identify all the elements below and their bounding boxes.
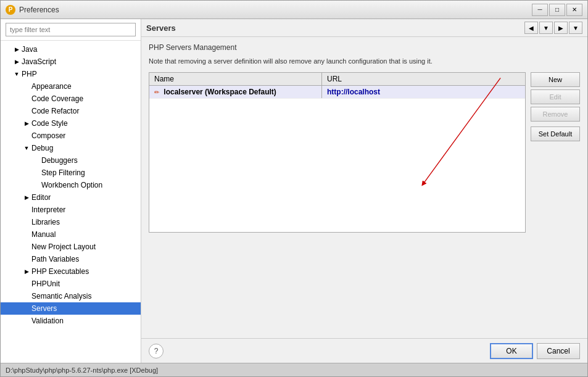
filter-area (1, 19, 141, 41)
forward-dropdown-button[interactable]: ▼ (569, 22, 582, 34)
set-default-button[interactable]: Set Default (531, 126, 580, 141)
sidebar-item-interpreter[interactable]: Interpreter (1, 204, 141, 216)
back-button[interactable]: ◀ (524, 22, 538, 34)
status-bar: D:\phpStudy\php\php-5.6.27-nts\php.exe [… (1, 363, 587, 376)
section-subtitle: PHP Servers Management (149, 43, 580, 52)
minimize-button[interactable]: ─ (532, 4, 548, 16)
warning-text: Note that removing a server definition w… (149, 57, 580, 66)
path-variables-arrow (23, 255, 30, 263)
sidebar-item-composer[interactable]: Composer (1, 130, 141, 142)
debug-label: Debug (31, 144, 53, 152)
workbench-option-arrow (33, 181, 40, 189)
sidebar-item-workbench-option[interactable]: Workbench Option (1, 179, 141, 191)
sidebar-item-validation[interactable]: Validation (1, 315, 141, 327)
code-style-arrow: ▶ (23, 120, 30, 127)
back-dropdown-button[interactable]: ▼ (539, 22, 553, 34)
sidebar-item-debug[interactable]: ▼ Debug (1, 142, 141, 154)
java-label: Java (22, 45, 37, 54)
help-button[interactable]: ? (149, 344, 164, 358)
right-panel: Servers ◀ ▼ ▶ ▼ PHP Servers Management N… (141, 19, 587, 363)
window-title: Preferences (19, 6, 59, 14)
edit-button[interactable]: Edit (531, 89, 580, 104)
status-text: D:\phpStudy\php\php-5.6.27-nts\php.exe [… (6, 367, 158, 374)
forward-button[interactable]: ▶ (554, 22, 568, 34)
preferences-window: P Preferences ─ □ ✕ ▶ Java ▶ JavaScript (0, 0, 588, 377)
sidebar-item-manual[interactable]: Manual (1, 228, 141, 241)
sidebar-item-editor[interactable]: ▶ Editor (1, 191, 141, 204)
debuggers-label: Debuggers (41, 156, 78, 165)
new-project-layout-label: New Project Layout (31, 242, 96, 251)
title-bar-left: P Preferences (6, 5, 59, 15)
maximize-button[interactable]: □ (549, 4, 565, 16)
debuggers-arrow (33, 157, 40, 164)
appearance-label: Appearance (31, 82, 72, 91)
javascript-arrow: ▶ (13, 58, 20, 65)
libraries-arrow (23, 218, 30, 226)
sidebar-item-code-style[interactable]: ▶ Code Style (1, 117, 141, 130)
filter-input[interactable] (6, 23, 136, 36)
server-name-cell: ✏ localserver (Workspace Default) (149, 86, 322, 98)
panel-body: PHP Servers Management Note that removin… (141, 37, 587, 338)
cancel-button[interactable]: Cancel (537, 343, 580, 359)
sidebar-item-php-executables[interactable]: ▶ PHP Executables (1, 265, 141, 278)
code-refactor-label: Code Refactor (31, 107, 79, 115)
semantic-analysis-arrow (23, 292, 30, 300)
validation-arrow (23, 317, 30, 325)
code-refactor-arrow (23, 107, 30, 115)
sidebar-item-java[interactable]: ▶ Java (1, 43, 141, 56)
java-arrow: ▶ (13, 46, 20, 53)
debug-arrow: ▼ (23, 144, 30, 152)
sidebar-item-javascript[interactable]: ▶ JavaScript (1, 56, 141, 68)
table-row[interactable]: ✏ localserver (Workspace Default) http:/… (149, 86, 525, 99)
sidebar-item-new-project-layout[interactable]: New Project Layout (1, 241, 141, 253)
php-label: PHP (22, 70, 37, 78)
sidebar-item-debuggers[interactable]: Debuggers (1, 154, 141, 167)
remove-button[interactable]: Remove (531, 107, 580, 122)
sidebar-item-phpunit[interactable]: PHPUnit (1, 278, 141, 290)
title-bar: P Preferences ─ □ ✕ (1, 1, 587, 19)
step-filtering-label: Step Filtering (41, 168, 85, 177)
sidebar-item-php[interactable]: ▼ PHP (1, 68, 141, 80)
composer-arrow (23, 132, 30, 139)
name-column-header: Name (149, 73, 322, 85)
code-coverage-arrow (23, 95, 30, 102)
phpunit-arrow (23, 280, 30, 288)
tree-area: ▶ Java ▶ JavaScript ▼ PHP Appearance (1, 41, 141, 363)
table-header-row: Name URL (149, 73, 525, 86)
new-button[interactable]: New (531, 72, 580, 87)
app-icon: P (6, 5, 15, 15)
sidebar-item-appearance[interactable]: Appearance (1, 80, 141, 93)
sidebar-item-semantic-analysis[interactable]: Semantic Analysis (1, 290, 141, 302)
manual-arrow (23, 231, 30, 238)
interpreter-label: Interpreter (31, 205, 65, 214)
ok-button[interactable]: OK (490, 343, 533, 359)
sidebar: ▶ Java ▶ JavaScript ▼ PHP Appearance (1, 19, 141, 363)
table-container: Name URL ✏ localserver (Workspace Defaul… (149, 72, 580, 233)
server-url-cell: http://localhost (322, 86, 525, 98)
sidebar-item-code-refactor[interactable]: Code Refactor (1, 105, 141, 117)
sidebar-item-path-variables[interactable]: Path Variables (1, 253, 141, 265)
table-area: Name URL ✏ localserver (Workspace Defaul… (149, 72, 526, 233)
servers-label: Servers (31, 304, 57, 313)
phpunit-label: PHPUnit (31, 280, 60, 288)
sidebar-item-libraries[interactable]: Libraries (1, 216, 141, 228)
php-executables-arrow: ▶ (23, 268, 30, 275)
semantic-analysis-label: Semantic Analysis (31, 292, 91, 300)
editor-arrow: ▶ (23, 194, 30, 201)
php-arrow: ▼ (13, 70, 20, 78)
close-button[interactable]: ✕ (566, 4, 582, 16)
sidebar-item-code-coverage[interactable]: Code Coverage (1, 93, 141, 105)
code-style-label: Code Style (31, 119, 68, 128)
path-variables-label: Path Variables (31, 255, 79, 263)
action-buttons: New Edit Remove Set Default (531, 72, 580, 233)
panel-title: Servers (146, 23, 176, 33)
url-column-header: URL (322, 73, 525, 85)
server-url: http://localhost (327, 88, 380, 96)
sidebar-item-servers[interactable]: Servers (1, 302, 141, 315)
dialog-buttons: OK Cancel (490, 343, 580, 359)
libraries-label: Libraries (31, 218, 60, 226)
sidebar-item-step-filtering[interactable]: Step Filtering (1, 167, 141, 179)
code-coverage-label: Code Coverage (31, 94, 83, 103)
step-filtering-arrow (33, 169, 40, 176)
server-name: localserver (Workspace Default) (164, 88, 276, 96)
